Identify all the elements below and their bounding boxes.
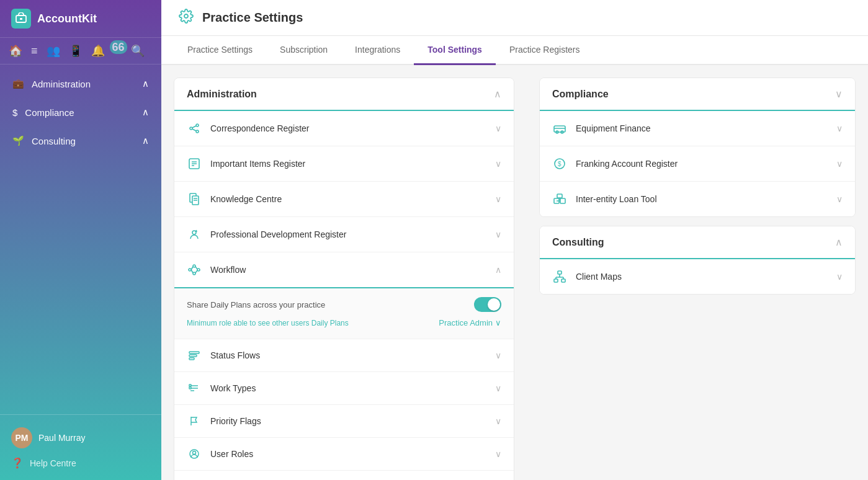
status-flows-icon <box>187 348 202 363</box>
share-daily-plans-label: Share Daily Plans across your practice <box>187 300 325 309</box>
svg-point-4 <box>196 124 199 127</box>
professional-development-chevron[interactable]: ∨ <box>495 229 501 239</box>
svg-rect-49 <box>554 279 558 282</box>
workflow-label: Workflow <box>210 265 246 275</box>
svg-point-3 <box>190 127 192 130</box>
svg-rect-50 <box>562 279 565 282</box>
tab-practice-settings[interactable]: Practice Settings <box>174 36 266 65</box>
important-items-label: Important Items Register <box>210 159 305 169</box>
correspondence-register-label: Correspondence Register <box>210 123 310 133</box>
inter-entity-loan-chevron[interactable]: ∨ <box>836 194 843 204</box>
practice-authorities-item[interactable]: Practice Authorities ∨ <box>174 471 514 480</box>
sidebar-icon-bar: 🏠 ≡ 👥 📱 🔔66 🔍 <box>0 38 161 64</box>
workflow-chevron[interactable]: ∧ <box>495 265 501 275</box>
compliance-section-header[interactable]: Compliance ∨ <box>540 78 855 111</box>
home-icon[interactable]: 🏠 <box>9 44 22 58</box>
role-value: Practice Admin <box>439 318 493 327</box>
svg-point-2 <box>184 14 188 18</box>
logo-text: AccountKit <box>37 12 97 25</box>
client-maps-chevron[interactable]: ∨ <box>836 272 843 282</box>
professional-development-item[interactable]: Professional Development Register ∨ <box>174 217 514 252</box>
sidebar-item-label-compliance: Compliance <box>25 107 74 118</box>
topbar: Practice Settings <box>161 0 868 36</box>
users-icon[interactable]: 👥 <box>47 44 60 58</box>
list-icon[interactable]: ≡ <box>31 45 38 58</box>
svg-rect-25 <box>189 352 199 353</box>
user-roles-item[interactable]: User Roles ∨ <box>174 438 514 471</box>
franking-account-chevron[interactable]: ∨ <box>836 159 843 169</box>
share-daily-plans-toggle[interactable] <box>474 297 501 312</box>
min-role-label: Minimum role able to see other users Dai… <box>187 319 349 327</box>
tab-subscription[interactable]: Subscription <box>266 36 341 65</box>
administration-section-header[interactable]: Administration ∧ <box>174 78 514 111</box>
svg-rect-48 <box>558 271 562 274</box>
compliance-collapse-icon[interactable]: ∨ <box>835 88 843 100</box>
equipment-finance-label: Equipment Finance <box>576 123 651 133</box>
workflow-item[interactable]: Workflow ∧ <box>174 252 514 288</box>
sidebar-nav: 💼 Administration ∧ $ Compliance ∧ 🌱 Cons… <box>0 64 161 414</box>
priority-flags-icon <box>187 414 202 429</box>
sidebar-item-label-administration: Administration <box>32 79 91 89</box>
notification-icon[interactable]: 🔔66 <box>91 44 122 58</box>
user-roles-chevron[interactable]: ∨ <box>495 449 501 459</box>
tab-integrations[interactable]: Integrations <box>341 36 414 65</box>
administration-section-title: Administration <box>187 89 257 100</box>
franking-account-register-item[interactable]: $ Franking Account Register ∨ <box>540 146 855 182</box>
correspondence-register-chevron[interactable]: ∨ <box>495 123 501 133</box>
equipment-finance-item[interactable]: Equipment Finance ∨ <box>540 111 855 146</box>
equipment-finance-chevron[interactable]: ∨ <box>836 123 843 133</box>
sidebar-item-consulting[interactable]: 🌱 Consulting ∧ <box>0 127 161 155</box>
status-flows-chevron[interactable]: ∨ <box>495 350 501 360</box>
inter-entity-loan-item[interactable]: Inter-entity Loan Tool ∨ <box>540 182 855 216</box>
knowledge-centre-chevron[interactable]: ∨ <box>495 194 501 204</box>
chevron-compliance: ∧ <box>142 107 149 118</box>
role-select[interactable]: Practice Admin ∨ <box>439 318 501 327</box>
svg-line-23 <box>195 267 197 269</box>
sidebar-logo[interactable]: AccountKit <box>0 0 161 38</box>
compliance-icon: $ <box>12 107 17 118</box>
help-centre-link[interactable]: ❓ Help Centre <box>11 453 150 473</box>
user-roles-label: User Roles <box>210 449 253 459</box>
notification-badge: 66 <box>110 40 127 54</box>
work-types-item[interactable]: Work Types ∨ <box>174 372 514 405</box>
user-profile[interactable]: PM Paul Murray <box>11 422 150 453</box>
workflow-icon <box>187 262 202 277</box>
svg-point-20 <box>197 269 200 271</box>
chevron-consulting: ∧ <box>142 135 149 146</box>
consulting-collapse-icon[interactable]: ∧ <box>835 236 843 248</box>
sidebar-item-compliance[interactable]: $ Compliance ∧ <box>0 98 161 127</box>
consulting-section-title: Consulting <box>552 237 604 248</box>
tab-tool-settings[interactable]: Tool Settings <box>414 36 496 65</box>
help-label: Help Centre <box>30 458 76 468</box>
svg-line-24 <box>195 270 197 273</box>
monitor-icon[interactable]: 📱 <box>69 44 83 58</box>
sidebar-item-administration[interactable]: 💼 Administration ∧ <box>0 69 161 98</box>
tab-practice-registers[interactable]: Practice Registers <box>496 36 594 65</box>
correspondence-register-item[interactable]: Correspondence Register ∨ <box>174 111 514 146</box>
important-items-register-item[interactable]: Important Items Register ∨ <box>174 146 514 182</box>
svg-point-5 <box>196 130 199 133</box>
status-flows-item[interactable]: Status Flows ∨ <box>174 339 514 372</box>
administration-collapse-icon[interactable]: ∧ <box>494 88 501 100</box>
svg-line-7 <box>192 129 196 131</box>
svg-line-6 <box>192 126 196 128</box>
workflow-expanded-area: Share Daily Plans across your practice M… <box>174 288 514 339</box>
svg-line-22 <box>191 270 193 273</box>
role-select-chevron: ∨ <box>495 318 501 327</box>
sidebar-footer: PM Paul Murray ❓ Help Centre <box>0 414 161 480</box>
client-maps-item[interactable]: Client Maps ∨ <box>540 259 855 294</box>
client-maps-label: Client Maps <box>576 272 622 282</box>
user-roles-icon <box>187 447 202 461</box>
client-maps-icon <box>552 269 567 284</box>
important-items-chevron[interactable]: ∨ <box>495 159 501 169</box>
search-icon[interactable]: 🔍 <box>131 44 145 58</box>
priority-flags-label: Priority Flags <box>210 416 261 426</box>
consulting-section-header[interactable]: Consulting ∧ <box>540 226 855 259</box>
main-area: Practice Settings Practice Settings Subs… <box>161 0 868 480</box>
sidebar-item-label-consulting: Consulting <box>32 136 76 146</box>
right-panel: Compliance ∨ Eq <box>527 65 868 480</box>
priority-flags-item[interactable]: Priority Flags ∨ <box>174 405 514 438</box>
knowledge-centre-item[interactable]: Knowledge Centre ∨ <box>174 182 514 217</box>
priority-flags-chevron[interactable]: ∨ <box>495 416 501 426</box>
work-types-chevron[interactable]: ∨ <box>495 383 501 393</box>
